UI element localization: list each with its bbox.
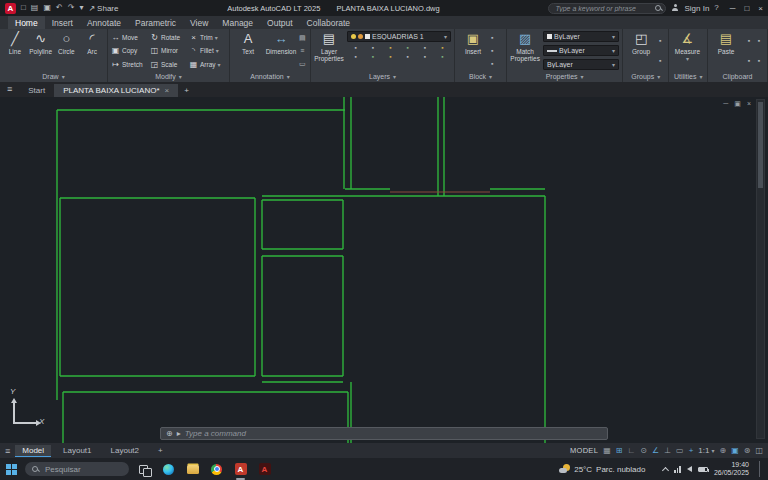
- match-properties-button[interactable]: ▨ Match Properties: [510, 31, 540, 71]
- lineweight-dropdown[interactable]: ByLayer ▾: [543, 45, 619, 56]
- vertical-scrollbar[interactable]: [756, 99, 765, 439]
- layer-properties-button[interactable]: ▤ Layer Properties: [314, 31, 344, 71]
- taskbar-search-input[interactable]: [43, 464, 113, 475]
- block-tool-icon[interactable]: ▪: [491, 60, 493, 68]
- clipboard-tool-icon[interactable]: ▪: [748, 37, 750, 45]
- ribbon-button-copy[interactable]: ▣Copy: [111, 44, 149, 57]
- panel-groups-caption[interactable]: Groups ▾: [623, 71, 668, 82]
- panel-utilities-caption[interactable]: Utilities ▾: [669, 71, 707, 82]
- minimize-button[interactable]: ─: [730, 4, 736, 13]
- tab-home[interactable]: Home: [8, 16, 45, 29]
- quick-access-caret-icon[interactable]: ▾: [79, 3, 83, 13]
- doc-restore-icon[interactable]: ▣: [734, 100, 741, 108]
- help-search-input[interactable]: [548, 3, 666, 14]
- block-tool-icon[interactable]: ▪: [491, 47, 493, 55]
- save-icon[interactable]: ▣: [43, 3, 51, 13]
- annotation-tool-icon[interactable]: ▭: [299, 60, 306, 68]
- ribbon-button-array[interactable]: ▦Array▾: [189, 58, 227, 71]
- autocad-logo-icon[interactable]: A: [5, 3, 16, 14]
- layer-tool-icon[interactable]: ▪: [389, 53, 391, 60]
- clipboard-tool-icon[interactable]: ▪: [748, 57, 750, 65]
- help-icon[interactable]: ?: [714, 3, 718, 13]
- panel-modify-caption[interactable]: Modify ▾: [108, 71, 229, 82]
- ribbon-button-polyline[interactable]: ∿Polyline: [29, 31, 53, 71]
- layer-tool-icon[interactable]: ▪: [441, 44, 443, 51]
- tab-document[interactable]: PLANTA BAIXA LUCIANO* ×: [54, 84, 178, 97]
- annotation-scale-button[interactable]: 1:1 ▾: [698, 446, 714, 455]
- layer-tool-icon[interactable]: ▪: [355, 44, 357, 51]
- group-tool-icon[interactable]: ▪: [659, 37, 661, 45]
- layer-tool-icon[interactable]: ▪: [407, 44, 409, 51]
- ribbon-button-move[interactable]: ↔Move: [111, 31, 149, 44]
- insert-block-button[interactable]: ▣ Insert: [458, 31, 488, 71]
- status-toggle-icon[interactable]: ⊞: [616, 446, 623, 455]
- panel-annotation-caption[interactable]: Annotation ▾: [230, 71, 310, 82]
- status-toggle-icon[interactable]: ∟: [627, 446, 635, 455]
- weather-widget[interactable]: 25°C Parc. nublado: [559, 464, 645, 474]
- clock[interactable]: 19:40 26/05/2025: [714, 461, 749, 477]
- layer-tool-icon[interactable]: ▪: [424, 53, 426, 60]
- panel-clipboard-caption[interactable]: Clipboard: [708, 71, 767, 82]
- panel-block-caption[interactable]: Block ▾: [455, 71, 506, 82]
- group-button[interactable]: ◰ Group: [626, 31, 656, 71]
- command-prompt[interactable]: Type a command: [185, 429, 246, 438]
- status-toggle-icon[interactable]: ⊥: [664, 446, 671, 455]
- clipboard-tool-icon[interactable]: ▪: [758, 57, 760, 65]
- measure-button[interactable]: ∡ Measure ▾: [672, 31, 702, 71]
- customize-icon[interactable]: ⊕: [166, 429, 173, 438]
- model-space-badge[interactable]: MODEL: [570, 446, 598, 455]
- status-toggle-icon[interactable]: ⊙: [640, 446, 647, 455]
- close-tab-icon[interactable]: ×: [165, 86, 170, 95]
- text-button[interactable]: A Text: [233, 31, 263, 71]
- ribbon-button-trim[interactable]: ×Trim▾: [189, 31, 227, 44]
- layer-tool-icon[interactable]: ▪: [389, 44, 391, 51]
- taskbar-search[interactable]: [25, 462, 129, 476]
- tab-output[interactable]: Output: [260, 16, 300, 29]
- clipboard-tool-icon[interactable]: ▪: [758, 37, 760, 45]
- command-line[interactable]: ⊕ ▸ Type a command: [160, 427, 608, 440]
- undo-icon[interactable]: ↶: [56, 3, 63, 13]
- task-view-icon[interactable]: [137, 462, 152, 477]
- ribbon-button-line[interactable]: ╱Line: [3, 31, 27, 71]
- open-file-icon[interactable]: ▤: [31, 3, 39, 13]
- layer-dropdown[interactable]: ESQUADRIAS 1 ▾: [347, 31, 451, 42]
- status-toggle-icon[interactable]: ⊕: [719, 446, 726, 455]
- block-tool-icon[interactable]: ▪: [491, 34, 493, 42]
- volume-icon[interactable]: [687, 466, 692, 472]
- sign-in-button[interactable]: Sign In: [684, 4, 709, 13]
- status-toggle-icon[interactable]: ▦: [603, 446, 611, 455]
- tab-annotate[interactable]: Annotate: [80, 16, 128, 29]
- new-layout-button[interactable]: +: [151, 445, 170, 456]
- tab-collaborate[interactable]: Collaborate: [300, 16, 357, 29]
- annotation-tool-icon[interactable]: ▤: [299, 34, 306, 42]
- panel-draw-caption[interactable]: Draw ▾: [0, 71, 107, 82]
- start-button[interactable]: [6, 464, 17, 475]
- object-color-dropdown[interactable]: ByLayer ▾: [543, 31, 619, 42]
- layer-tool-icon[interactable]: ▪: [372, 53, 374, 60]
- new-tab-button[interactable]: +: [178, 86, 195, 97]
- tab-layout1[interactable]: Layout1: [56, 445, 98, 456]
- layer-tool-icon[interactable]: ▪: [407, 53, 409, 60]
- ribbon-button-stretch[interactable]: ↦Stretch: [111, 58, 149, 71]
- ribbon-button-fillet[interactable]: ◝Fillet▾: [189, 44, 227, 57]
- ribbon-button-mirror[interactable]: ◫Mirror: [150, 44, 188, 57]
- maximize-button[interactable]: □: [744, 4, 749, 13]
- autocad-icon[interactable]: [233, 462, 248, 477]
- status-toggle-icon[interactable]: +: [689, 446, 694, 455]
- status-toggle-icon[interactable]: ∠: [652, 446, 659, 455]
- ribbon-button-scale[interactable]: ◲Scale: [150, 58, 188, 71]
- linetype-dropdown[interactable]: ByLayer ▾: [543, 59, 619, 70]
- ribbon-button-rotate[interactable]: ↻Rotate: [150, 31, 188, 44]
- tab-model[interactable]: Model: [15, 445, 51, 457]
- tab-manage[interactable]: Manage: [215, 16, 260, 29]
- search-icon[interactable]: [655, 5, 662, 12]
- status-toggle-icon[interactable]: ▣: [731, 446, 739, 455]
- ribbon-button-circle[interactable]: ○Circle: [55, 31, 79, 71]
- new-file-icon[interactable]: □: [21, 3, 26, 13]
- doc-minimize-icon[interactable]: ─: [723, 100, 728, 108]
- file-tab-menu-icon[interactable]: ≡: [0, 84, 19, 97]
- chrome-icon[interactable]: [209, 462, 224, 477]
- show-desktop-button[interactable]: [759, 461, 762, 477]
- paste-button[interactable]: ▤ Paste: [711, 31, 741, 71]
- layer-tool-icon[interactable]: ▪: [355, 53, 357, 60]
